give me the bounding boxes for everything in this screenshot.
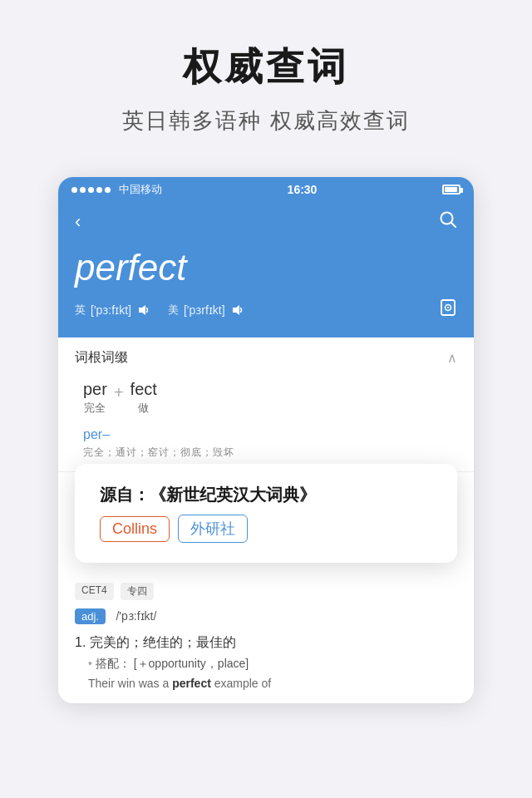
back-button[interactable]: ‹ [75, 211, 81, 233]
search-button[interactable] [439, 210, 457, 234]
svg-marker-2 [139, 305, 145, 315]
definition-1: 1. 完美的；绝佳的；最佳的 [75, 634, 457, 652]
collins-card: 源自：《新世纪英汉大词典》 Collins 外研社 [75, 464, 457, 563]
pos-badge: adj. [75, 608, 106, 624]
word-header: perfect 英 ['pɜ:fɪkt] 美 ['pɜrfɪkt] [58, 247, 474, 337]
word-phonetic: 英 ['pɜ:fɪkt] 美 ['pɜrfɪkt] [75, 298, 457, 321]
badges-row: Collins 外研社 [100, 515, 432, 543]
time-label: 16:30 [288, 183, 318, 196]
word-roots-section: 词根词缀 ∧ per 完全 + fect 做 per– 完全；通讨；窑讨；彻底；… [58, 337, 474, 472]
status-bar: 中国移动 16:30 [58, 177, 474, 202]
plus-sign: + [114, 383, 124, 402]
sound-us-icon[interactable] [230, 303, 245, 318]
carrier-label: 中国移动 [119, 182, 162, 197]
pos-ipa-row: adj. /'pɜ:fɪkt/ [75, 608, 457, 624]
source-text: 源自：《新世纪英汉大词典》 [100, 484, 432, 506]
sound-en-icon[interactable] [136, 303, 151, 318]
level-tags: CET4 专四 [75, 583, 457, 600]
page-subtitle: 英日韩多语种 权威高效查词 [25, 106, 507, 135]
svg-point-6 [447, 307, 449, 308]
bookmark-icon[interactable] [439, 298, 457, 321]
page-title: 权威查词 [25, 42, 507, 93]
signal-dots [71, 187, 111, 193]
phonetic-us: 美 ['pɜrfɪkt] [168, 303, 245, 318]
fltrp-badge: 外研社 [178, 515, 248, 543]
collins-badge: Collins [100, 516, 170, 542]
collocation: 搭配： [＋opportunity，place] [88, 657, 457, 672]
roots-row: per 完全 + fect 做 [83, 380, 457, 416]
tag-cet4: CET4 [75, 583, 114, 600]
nav-bar: ‹ [58, 202, 474, 247]
dictionary-content: CET4 专四 adj. /'pɜ:fɪkt/ 1. 完美的；绝佳的；最佳的 搭… [58, 569, 474, 703]
roots-section-header: 词根词缀 ∧ [75, 349, 457, 367]
roots-title: 词根词缀 [75, 349, 128, 367]
chevron-up-icon[interactable]: ∧ [447, 350, 457, 366]
ipa-text: /'pɜ:fɪkt/ [116, 609, 156, 623]
tag-zhuansi: 专四 [121, 583, 154, 600]
word-title: perfect [75, 247, 457, 288]
phone-mockup: 中国移动 16:30 ‹ perfect 英 ['pɜ:fɪkt] [58, 177, 474, 703]
root-per: per 完全 [83, 380, 107, 416]
svg-marker-3 [233, 305, 239, 315]
top-section: 权威查词 英日韩多语种 权威高效查词 [0, 0, 532, 160]
battery-icon [442, 185, 461, 195]
prefix-link[interactable]: per– [83, 427, 457, 442]
prefix-description: 完全；通讨；窑讨；彻底；毁坏 [83, 446, 457, 460]
root-fect: fect 做 [131, 380, 157, 416]
phonetic-en: 英 ['pɜ:fɪkt] [75, 303, 151, 318]
svg-line-1 [451, 223, 456, 228]
example-sentence: Their win was a perfect example of [88, 677, 457, 690]
